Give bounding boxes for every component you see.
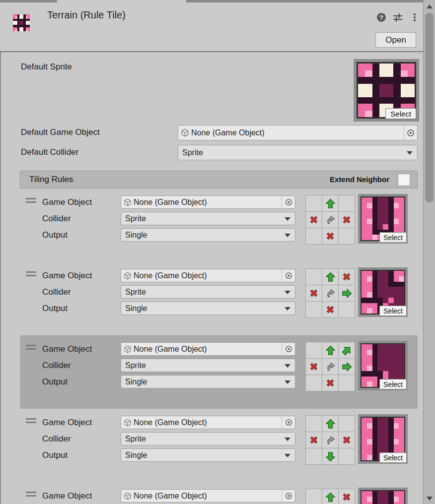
rule-game-object-label: Game Object xyxy=(42,195,92,209)
rotate-icon xyxy=(324,434,337,446)
rule-collider-label: Collider xyxy=(42,359,71,372)
neighbor-cell[interactable] xyxy=(305,228,322,245)
neighbor-cell[interactable] xyxy=(338,228,355,245)
neighbor-cell[interactable] xyxy=(322,358,339,375)
rule-game-object-field[interactable]: None (Game Object) xyxy=(121,269,295,282)
rule-collider-dropdown[interactable]: Sprite xyxy=(121,285,295,299)
neighbor-cell[interactable] xyxy=(322,375,339,391)
neighbor-cell[interactable] xyxy=(338,432,355,448)
neighbor-cell[interactable] xyxy=(322,432,339,448)
neighbor-cell[interactable] xyxy=(338,342,355,359)
rule-output-dropdown[interactable]: Single xyxy=(121,228,295,242)
neighbor-cell[interactable] xyxy=(338,268,355,285)
neighbor-cell[interactable] xyxy=(322,211,339,228)
neighbor-cell[interactable] xyxy=(338,301,355,318)
rule-game-object-field[interactable]: None (Game Object) xyxy=(121,489,295,503)
neighbor-cell[interactable] xyxy=(322,268,339,285)
rule-sprite-preview[interactable]: Select xyxy=(358,341,408,390)
drag-handle-icon[interactable] xyxy=(26,418,36,425)
neighbor-cell[interactable] xyxy=(338,211,355,228)
rule-output-dropdown[interactable]: Single xyxy=(121,302,295,315)
object-picker-icon[interactable] xyxy=(282,343,295,355)
object-picker-icon[interactable] xyxy=(282,490,295,502)
neighbor-cell[interactable] xyxy=(338,448,355,465)
neighbor-cell[interactable] xyxy=(322,415,339,432)
neighbor-cell[interactable] xyxy=(322,285,339,302)
neighbor-cell[interactable] xyxy=(322,448,339,465)
neighbor-cell[interactable] xyxy=(338,358,355,375)
rule-sprite-select-button[interactable]: Select xyxy=(379,232,407,243)
neighbor-cell[interactable] xyxy=(338,195,355,212)
drag-handle-icon[interactable] xyxy=(26,271,36,278)
neighbor-cell[interactable] xyxy=(305,211,322,228)
rule-sprite-select-button[interactable]: Select xyxy=(379,306,407,316)
neighbor-cell[interactable] xyxy=(305,432,322,448)
tiling-rule-row[interactable]: Game Object Collider Output None (Game O… xyxy=(20,262,418,335)
object-picker-icon[interactable] xyxy=(404,126,417,140)
tiling-rule-row[interactable]: Game Object Collider Output None (Game O… xyxy=(20,189,418,262)
drag-handle-icon[interactable] xyxy=(26,345,36,352)
neighbor-cell[interactable] xyxy=(338,415,355,432)
object-picker-icon[interactable] xyxy=(282,416,295,429)
neighbor-cell[interactable] xyxy=(305,489,322,504)
help-icon[interactable]: ? xyxy=(376,12,387,23)
arrow-up-icon xyxy=(325,271,336,283)
cube-icon xyxy=(181,128,189,137)
open-button[interactable]: Open xyxy=(375,32,416,48)
rule-sprite-preview[interactable]: Select xyxy=(358,414,408,464)
object-picker-icon[interactable] xyxy=(282,196,295,208)
default-sprite-preview[interactable]: Select xyxy=(354,59,419,122)
neighbor-cell[interactable] xyxy=(322,301,339,318)
neighbor-cell[interactable] xyxy=(305,285,322,302)
drag-handle-icon[interactable] xyxy=(26,198,36,205)
neighbor-cell[interactable] xyxy=(305,301,322,318)
neighbor-cell[interactable] xyxy=(322,489,339,504)
arrow-up-icon xyxy=(325,418,336,430)
neighbor-cell[interactable] xyxy=(305,195,322,212)
drag-handle-icon[interactable] xyxy=(26,492,36,499)
rule-output-dropdown[interactable]: Single xyxy=(121,375,295,388)
neighbor-cell[interactable] xyxy=(338,285,355,302)
rule-sprite-select-button[interactable]: Select xyxy=(379,452,407,463)
neighbor-cell[interactable] xyxy=(305,268,322,285)
rule-game-object-value: None (Game Object) xyxy=(134,418,282,427)
asset-title: Terrain (Rule Tile) xyxy=(47,9,126,21)
presets-icon[interactable] xyxy=(392,12,403,23)
rule-game-object-field[interactable]: None (Game Object) xyxy=(121,342,295,356)
rule-sprite-preview[interactable]: Select xyxy=(358,488,408,504)
arrow-up-icon xyxy=(325,198,336,209)
neighbor-cell[interactable] xyxy=(322,195,339,212)
neighbor-cell[interactable] xyxy=(305,448,322,465)
neighbor-cell[interactable] xyxy=(305,415,322,432)
rule-sprite-preview[interactable]: Select xyxy=(358,194,408,244)
rule-collider-dropdown[interactable]: Sprite xyxy=(121,432,295,445)
rule-game-object-field[interactable]: None (Game Object) xyxy=(121,195,295,209)
scroll-up-icon[interactable] xyxy=(427,4,433,8)
default-game-object-field[interactable]: None (Game Object) xyxy=(178,125,418,140)
scroll-down-icon[interactable] xyxy=(427,497,433,501)
neighbor-cell[interactable] xyxy=(338,489,355,504)
extend-neighbor-checkbox[interactable] xyxy=(398,174,410,186)
rule-output-dropdown[interactable]: Single xyxy=(121,448,295,462)
rule-sprite-select-button[interactable]: Select xyxy=(379,379,407,389)
rule-collider-dropdown[interactable]: Sprite xyxy=(121,212,295,225)
neighbor-cell[interactable] xyxy=(305,342,322,359)
tiling-rule-row[interactable]: Game Object Collider Output None (Game O… xyxy=(20,335,418,409)
neighbor-cell[interactable] xyxy=(338,375,355,391)
scrollbar-thumb[interactable] xyxy=(425,13,434,202)
neighbor-cell[interactable] xyxy=(305,375,322,391)
scrollbar[interactable] xyxy=(423,0,435,504)
rule-game-object-field[interactable]: None (Game Object) xyxy=(121,416,295,429)
more-icon[interactable] xyxy=(409,12,420,23)
neighbor-cell[interactable] xyxy=(305,358,322,375)
object-picker-icon[interactable] xyxy=(282,269,295,282)
rule-collider-dropdown[interactable]: Sprite xyxy=(121,359,295,372)
neighbor-cell[interactable] xyxy=(322,228,339,245)
rule-sprite-preview[interactable]: Select xyxy=(358,267,408,317)
neighbor-cell[interactable] xyxy=(322,342,339,359)
default-collider-dropdown[interactable]: Sprite xyxy=(178,145,418,160)
header-divider xyxy=(0,51,423,52)
default-sprite-select-button[interactable]: Select xyxy=(385,108,416,119)
tiling-rule-row[interactable]: Game Object Collider Output None (Game O… xyxy=(20,482,418,504)
tiling-rule-row[interactable]: Game Object Collider Output None (Game O… xyxy=(20,409,418,482)
